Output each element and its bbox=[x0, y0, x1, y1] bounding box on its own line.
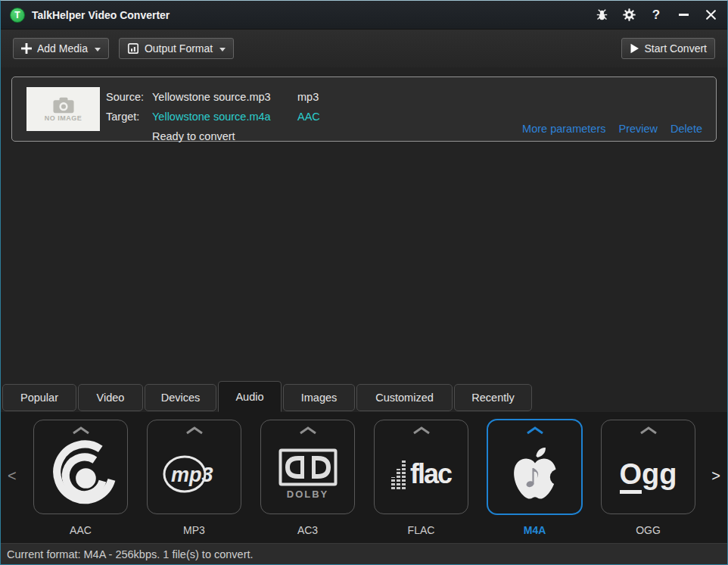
start-convert-label: Start Convert bbox=[645, 42, 707, 55]
format-card-aac[interactable] bbox=[33, 420, 128, 514]
status-text: Current format: M4A - 256kbps. 1 file(s)… bbox=[7, 548, 254, 560]
close-icon bbox=[705, 9, 717, 20]
preview-link[interactable]: Preview bbox=[619, 123, 658, 135]
format-card-m4a-selected[interactable] bbox=[487, 419, 583, 515]
equalizer-bars-icon bbox=[391, 459, 406, 489]
format-category-tabs: Popular Video Devices Audio Images Custo… bbox=[1, 381, 727, 412]
format-label-m4a: M4A bbox=[487, 524, 582, 536]
window-title: TalkHelper Video Converter bbox=[32, 9, 170, 21]
toolbar: Add Media Output Format Start Convert bbox=[1, 30, 727, 67]
start-convert-button[interactable]: Start Convert bbox=[621, 38, 715, 59]
delete-link[interactable]: Delete bbox=[670, 123, 702, 135]
bug-report-icon[interactable] bbox=[594, 8, 609, 23]
minimize-icon bbox=[679, 14, 689, 16]
app-logo-icon: T bbox=[10, 8, 25, 23]
play-icon bbox=[630, 43, 639, 54]
more-parameters-link[interactable]: More parameters bbox=[522, 123, 605, 135]
format-card-ogg[interactable]: Ogg bbox=[601, 420, 695, 514]
tab-recently[interactable]: Recently bbox=[454, 384, 532, 411]
tab-devices[interactable]: Devices bbox=[145, 384, 216, 411]
format-label-ogg: OGG bbox=[601, 524, 695, 536]
tab-video[interactable]: Video bbox=[78, 384, 143, 411]
tab-popular[interactable]: Popular bbox=[2, 384, 76, 411]
minimize-button[interactable] bbox=[676, 8, 691, 23]
caret-down-icon bbox=[95, 48, 101, 52]
source-label: Source: bbox=[106, 87, 152, 107]
svg-text:mp3: mp3 bbox=[171, 464, 213, 486]
output-format-label: Output Format bbox=[145, 42, 213, 55]
format-carousel: < > AAC mp3 bbox=[1, 412, 727, 543]
flac-wordmark: flac bbox=[410, 458, 451, 490]
app-window: T TalkHelper Video Converter bbox=[0, 0, 728, 565]
dolby-wordmark: DOLBY bbox=[287, 489, 329, 500]
chevron-up-icon[interactable] bbox=[412, 426, 431, 435]
help-icon[interactable]: ? bbox=[649, 8, 664, 23]
format-label-mp3: MP3 bbox=[147, 524, 241, 536]
format-card-flac[interactable]: flac bbox=[374, 420, 468, 514]
output-format-button[interactable]: Output Format bbox=[119, 38, 234, 59]
tab-customized[interactable]: Customized bbox=[356, 384, 453, 411]
titlebar: T TalkHelper Video Converter bbox=[1, 1, 727, 30]
chevron-up-icon[interactable] bbox=[71, 426, 91, 435]
target-filename[interactable]: Yellowstone source.m4a bbox=[152, 107, 297, 126]
chevron-up-icon[interactable] bbox=[298, 426, 318, 435]
close-button[interactable] bbox=[703, 8, 718, 23]
aac-logo-icon bbox=[34, 435, 127, 513]
target-format[interactable]: AAC bbox=[297, 107, 320, 126]
target-label: Target: bbox=[106, 107, 152, 126]
source-filename: Yellowstone source.mp3 bbox=[152, 87, 297, 107]
carousel-next-arrow[interactable]: > bbox=[711, 468, 720, 483]
apple-logo-icon bbox=[488, 435, 581, 513]
convert-status: Ready to convert bbox=[152, 126, 297, 146]
output-format-icon bbox=[127, 42, 139, 55]
format-card-mp3[interactable]: mp3 bbox=[147, 420, 241, 514]
format-label-aac: AAC bbox=[33, 524, 128, 536]
format-label-ac3: AC3 bbox=[260, 524, 355, 536]
caret-down-icon bbox=[219, 48, 226, 52]
chevron-up-icon[interactable] bbox=[185, 426, 204, 435]
file-item-row[interactable]: NO IMAGE Source: Yellowstone source.mp3 … bbox=[11, 76, 717, 142]
settings-gear-icon[interactable] bbox=[621, 8, 636, 23]
file-details: Source: Yellowstone source.mp3 mp3 Targe… bbox=[106, 87, 320, 141]
camera-icon bbox=[52, 97, 75, 114]
thumbnail-placeholder: NO IMAGE bbox=[26, 87, 100, 131]
chevron-up-icon[interactable] bbox=[639, 426, 658, 435]
status-bar: Current format: M4A - 256kbps. 1 file(s)… bbox=[1, 543, 727, 564]
add-media-label: Add Media bbox=[37, 42, 88, 55]
no-image-label: NO IMAGE bbox=[45, 114, 82, 122]
dolby-logo-icon: DOLBY bbox=[261, 435, 354, 513]
chevron-up-icon[interactable] bbox=[525, 426, 545, 435]
file-list: NO IMAGE Source: Yellowstone source.mp3 … bbox=[1, 67, 727, 381]
ogg-logo-icon: Ogg bbox=[602, 435, 695, 513]
format-label-flac: FLAC bbox=[374, 524, 468, 536]
plus-icon bbox=[21, 43, 32, 54]
tab-images[interactable]: Images bbox=[283, 384, 355, 411]
source-format: mp3 bbox=[297, 87, 320, 107]
add-media-button[interactable]: Add Media bbox=[13, 38, 109, 59]
flac-logo-icon: flac bbox=[375, 435, 468, 513]
format-card-ac3[interactable]: DOLBY bbox=[260, 420, 355, 514]
carousel-prev-arrow[interactable]: < bbox=[8, 468, 17, 483]
tab-audio[interactable]: Audio bbox=[218, 381, 282, 412]
mp3-logo-icon: mp3 bbox=[148, 435, 241, 513]
